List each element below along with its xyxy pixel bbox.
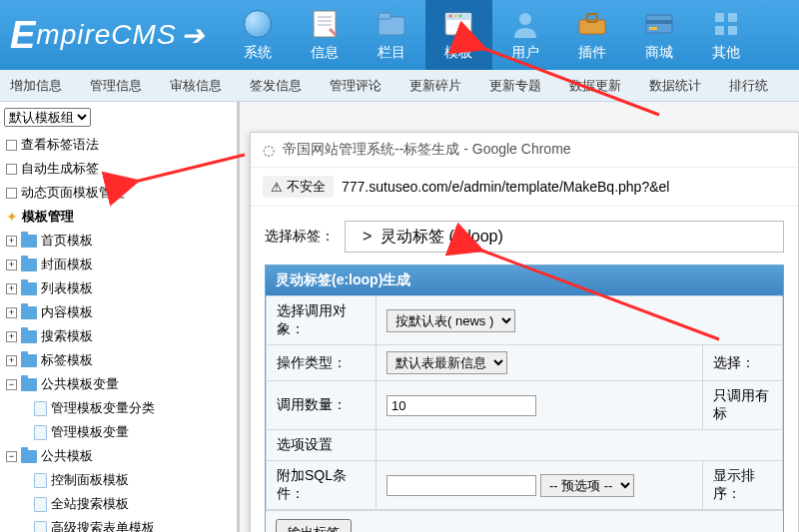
svg-point-8 [449, 15, 452, 18]
folder-icon [21, 235, 37, 248]
row-label: 操作类型： [267, 345, 377, 381]
row-right: 只调用有标 [703, 381, 783, 430]
row-right: 显示排序： [703, 461, 783, 510]
chrome-icon: ◌ [263, 142, 275, 158]
preset-select[interactable]: -- 预选项 -- [540, 474, 634, 497]
checkbox-icon [6, 140, 17, 151]
collapse-icon[interactable]: − [6, 451, 17, 462]
nav-items: 系统 信息 栏目 模板 用户 插件 商城 其他 [225, 0, 760, 70]
nav-column[interactable]: 栏目 [359, 0, 425, 70]
nav-shop[interactable]: 商城 [626, 0, 693, 70]
globe-icon [242, 8, 274, 40]
nav-plugin[interactable]: 插件 [559, 0, 626, 70]
tree-item[interactable]: +内容模板 [4, 300, 233, 324]
subnav-item[interactable]: 管理评论 [330, 77, 382, 95]
tree-label: 公共模板 [41, 447, 93, 465]
tree-item[interactable]: 查看标签语法 [4, 133, 233, 157]
subnav-item[interactable]: 排行统 [729, 77, 768, 95]
insecure-badge: ⚠ 不安全 [263, 176, 334, 198]
tree-label: 公共模板变量 [41, 375, 119, 393]
tree-subitem[interactable]: 控制面板模板 [4, 468, 233, 492]
template-group-select[interactable]: 默认模板组 [4, 108, 91, 127]
svg-rect-15 [646, 20, 672, 24]
tree-item[interactable]: +首页模板 [4, 229, 233, 253]
nav-template[interactable]: 模板 [425, 0, 492, 70]
expand-icon[interactable]: + [6, 307, 17, 318]
tree-label: 搜索模板 [41, 327, 93, 345]
tree-label: 查看标签语法 [21, 136, 99, 154]
expand-icon[interactable]: + [6, 283, 17, 294]
tree-item[interactable]: ✦模板管理 [4, 205, 233, 229]
content-area: ◌ 帝国网站管理系统--标签生成 - Google Chrome ⚠ 不安全 7… [240, 102, 799, 532]
tree-item[interactable]: −公共模板变量 [4, 372, 233, 396]
tree-label: 管理模板变量 [51, 423, 129, 441]
logo: EEmpireCMSmpireCMS➔ [0, 14, 225, 57]
select-tag-input[interactable] [345, 221, 784, 253]
top-navbar: EEmpireCMSmpireCMS➔ 系统 信息 栏目 模板 用户 插件 商城… [0, 0, 799, 70]
nav-user[interactable]: 用户 [492, 0, 559, 70]
tree-label: 首页模板 [41, 232, 93, 250]
svg-point-9 [454, 15, 457, 18]
tree-item[interactable]: +搜索模板 [4, 324, 233, 348]
svg-point-11 [519, 13, 531, 25]
expand-icon[interactable]: + [6, 331, 17, 342]
tree-label: 自动生成标签 [21, 160, 99, 178]
svg-rect-17 [715, 13, 724, 22]
tree-subitem[interactable]: 全站搜索模板 [4, 492, 233, 516]
row-label: 选项设置 [267, 430, 377, 461]
expand-icon[interactable]: + [6, 355, 17, 366]
toolbox-icon [576, 8, 608, 40]
op-type-select[interactable]: 默认表最新信息 [387, 351, 507, 374]
select-tag-label: 选择标签： [265, 228, 335, 246]
page-icon [34, 521, 47, 533]
subnav-item[interactable]: 更新碎片 [409, 77, 461, 95]
checkbox-icon [6, 188, 17, 199]
nav-other[interactable]: 其他 [693, 0, 760, 70]
collapse-icon[interactable]: − [6, 379, 17, 390]
nav-system[interactable]: 系统 [225, 0, 292, 70]
svg-rect-18 [728, 13, 737, 22]
subnav-item[interactable]: 审核信息 [170, 77, 222, 95]
subnav-item[interactable]: 签发信息 [250, 77, 302, 95]
tree-label: 列表模板 [41, 279, 93, 297]
subnav-item[interactable]: 更新专题 [489, 77, 541, 95]
tree-label: 模板管理 [22, 208, 74, 226]
expand-icon[interactable]: + [6, 260, 17, 270]
tree-label: 封面模板 [41, 256, 93, 273]
svg-rect-19 [715, 26, 724, 35]
svg-rect-16 [649, 27, 657, 30]
row-label: 附加SQL条件： [267, 461, 377, 510]
tree-label: 高级搜索表单模板 [51, 519, 155, 532]
svg-point-10 [459, 15, 462, 18]
tree-item[interactable]: +封面模板 [4, 253, 233, 276]
tree-subitem[interactable]: 高级搜索表单模板 [4, 516, 233, 532]
nav-info[interactable]: 信息 [292, 0, 359, 70]
tree-label: 内容模板 [41, 303, 93, 321]
expand-icon[interactable]: + [6, 236, 17, 247]
tree-item[interactable]: 自动生成标签 [4, 157, 233, 181]
tree-label: 管理模板变量分类 [51, 399, 155, 417]
svg-rect-20 [728, 26, 737, 35]
folder-icon [21, 354, 37, 367]
sql-input[interactable] [387, 475, 536, 496]
tree-item[interactable]: +列表模板 [4, 276, 233, 300]
subnav-item[interactable]: 数据统计 [649, 77, 701, 95]
tree-item[interactable]: +标签模板 [4, 348, 233, 372]
subnav-item[interactable]: 数据更新 [569, 77, 621, 95]
row-right: 选择： [703, 345, 783, 381]
count-input[interactable] [387, 395, 536, 416]
folder-icon [21, 450, 37, 463]
subnav-item[interactable]: 管理信息 [90, 77, 142, 95]
subnav-item[interactable]: 增加信息 [10, 77, 62, 95]
svg-rect-4 [379, 17, 404, 35]
folder-icon [376, 8, 407, 40]
tree-subitem[interactable]: 管理模板变量 [4, 420, 233, 444]
tree-subitem[interactable]: 管理模板变量分类 [4, 396, 233, 420]
folder-icon [21, 259, 37, 271]
output-tag-button[interactable]: 输出标签 [276, 519, 352, 532]
popup-window: ◌ 帝国网站管理系统--标签生成 - Google Chrome ⚠ 不安全 7… [250, 132, 799, 532]
user-icon [509, 8, 541, 40]
tree-item[interactable]: −公共模板 [4, 444, 233, 468]
tree-item[interactable]: 动态页面模板管理 [4, 181, 233, 205]
target-select[interactable]: 按默认表( news ) [387, 309, 515, 332]
